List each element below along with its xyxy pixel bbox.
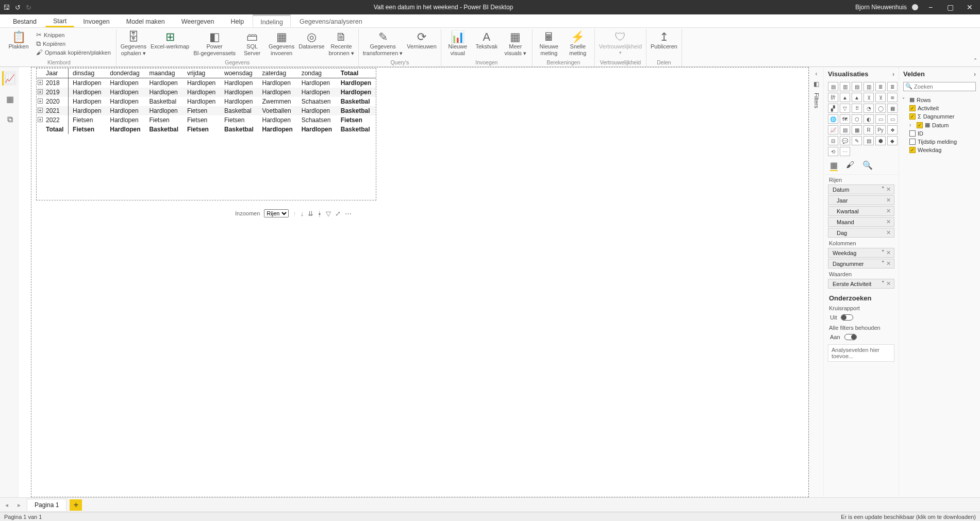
tab-gegevens-analyseren[interactable]: Gegevens/analyseren: [292, 14, 370, 27]
matrix-cell[interactable]: Hardlopen: [258, 78, 297, 88]
year-cell[interactable]: +2018: [37, 78, 69, 88]
field-tijdstip[interactable]: Tijdstip melding: [902, 138, 977, 146]
drill-up-icon[interactable]: ↑: [293, 210, 296, 217]
table-row[interactable]: +2019HardlopenHardlopenHardlopenHardlope…: [37, 88, 376, 97]
expand-row-icon[interactable]: +: [38, 80, 43, 85]
gegevens-invoeren-button[interactable]: ▦Gegevens invoeren: [269, 30, 294, 56]
check-weekdag[interactable]: [909, 147, 916, 153]
tab-invoegen[interactable]: Invoegen: [75, 14, 117, 27]
vis-funnel-icon[interactable]: ▽: [840, 104, 850, 113]
vis-stacked-column-icon[interactable]: ▥: [840, 82, 850, 91]
plakken-button[interactable]: 📋Plakken: [6, 30, 31, 50]
status-update-link[interactable]: Er is een update beschikbaar (klik om te…: [841, 514, 976, 520]
avatar[interactable]: [912, 4, 918, 10]
matrix-cell[interactable]: Hardlopen: [106, 97, 145, 106]
excel-werkmap-button[interactable]: ⊞Excel-werkmap: [151, 30, 189, 50]
tab-help[interactable]: Help: [223, 14, 252, 27]
matrix-cell[interactable]: Hardlopen: [106, 78, 145, 88]
vis-line-icon[interactable]: 折: [828, 93, 838, 102]
matrix-cell[interactable]: Hardlopen: [297, 106, 337, 115]
vis-waterfall-icon[interactable]: ▞: [828, 104, 838, 113]
ribbon-collapse-icon[interactable]: ˄: [974, 58, 977, 65]
field-activiteit[interactable]: Activiteit: [902, 104, 977, 112]
matrix-cell[interactable]: Hardlopen: [337, 78, 376, 88]
matrix-cell[interactable]: Hardlopen: [145, 78, 182, 88]
matrix-cell[interactable]: Basketbal: [145, 97, 182, 106]
header-jaar[interactable]: Jaar: [37, 69, 69, 78]
check-tijdstip[interactable]: [909, 139, 916, 145]
filters-collapsed-pane[interactable]: ‹ ◧ Filters: [809, 67, 823, 497]
year-cell[interactable]: +2022: [37, 115, 69, 125]
fields-search-input[interactable]: [903, 82, 976, 91]
matrix-cell[interactable]: Hardlopen: [183, 88, 220, 97]
tab-bestand[interactable]: Bestand: [5, 14, 44, 27]
vis-automate-icon[interactable]: ⟲: [828, 147, 838, 156]
collapse-vis-pane-icon[interactable]: ›: [892, 71, 894, 78]
matrix-cell[interactable]: Schaatsen: [297, 97, 337, 106]
filter-icon[interactable]: ▽: [326, 210, 331, 217]
close-button[interactable]: ✕: [962, 3, 977, 11]
matrix-cell[interactable]: Schaatsen: [297, 115, 337, 125]
remove-dagnummer-icon[interactable]: ✕: [886, 260, 891, 266]
qat-undo-icon[interactable]: ↺: [15, 4, 21, 11]
matrix-cell[interactable]: Hardlopen: [220, 97, 258, 106]
vis-multi-card-icon[interactable]: ▭: [887, 114, 898, 124]
year-cell[interactable]: +2020: [37, 97, 69, 106]
vis-pie-icon[interactable]: ◔: [863, 104, 874, 113]
matrix-cell[interactable]: Fietsen: [337, 115, 376, 125]
minimize-button[interactable]: −: [923, 3, 938, 11]
field-id[interactable]: ID: [902, 129, 977, 138]
page-prev-icon[interactable]: ◂: [2, 501, 11, 509]
table-row[interactable]: +2020HardlopenHardlopenBasketbalHardlope…: [37, 97, 376, 106]
bookmark-icon[interactable]: ◧: [813, 80, 819, 88]
field-weekdag[interactable]: Weekdag: [902, 146, 977, 154]
matrix-cell[interactable]: Hardlopen: [69, 97, 106, 106]
sql-server-button[interactable]: 🗃SQL Server: [240, 30, 264, 56]
remove-activiteit-icon[interactable]: ✕: [886, 280, 891, 287]
vis-get-more-icon[interactable]: ⋯: [840, 147, 850, 156]
matrix-cell[interactable]: Hardlopen: [258, 88, 297, 97]
vis-decomposition-icon[interactable]: ⊟: [828, 136, 838, 145]
table-rows[interactable]: ˅▦Rows: [902, 95, 977, 104]
matrix-cell[interactable]: Hardlopen: [145, 88, 182, 97]
pbi-gegevenssets-button[interactable]: ◧Power BI-gegevenssets: [193, 30, 236, 56]
collapse-fields-pane-icon[interactable]: ›: [974, 71, 976, 78]
tab-modelmaken[interactable]: Model maken: [119, 14, 173, 27]
vis-arcgis-icon[interactable]: ⬢: [875, 136, 886, 145]
matrix-cell[interactable]: Hardlopen: [183, 78, 220, 88]
vis-line-column-icon[interactable]: ⊻: [863, 93, 874, 102]
matrix-cell[interactable]: Fietsen: [183, 106, 220, 115]
page-next-icon[interactable]: ▸: [14, 501, 24, 509]
matrix-cell[interactable]: Hardlopen: [220, 78, 258, 88]
matrix-cell[interactable]: Hardlopen: [106, 115, 145, 125]
meer-visuals-button[interactable]: ▦Meer visuals ▾: [503, 30, 528, 56]
more-options-icon[interactable]: ⋯: [345, 210, 352, 217]
vis-area-icon[interactable]: ▲: [840, 93, 850, 102]
vis-table-icon[interactable]: ▦: [852, 125, 862, 135]
data-view-button[interactable]: ▦: [2, 92, 16, 106]
expand-row-icon[interactable]: +: [38, 117, 43, 122]
vis-treemap-icon[interactable]: ▦: [887, 104, 898, 113]
vis-r-icon[interactable]: R: [863, 125, 874, 135]
well-eerste-activiteit[interactable]: Eerste Activiteit˅ ✕: [828, 279, 894, 289]
tab-weergeven[interactable]: Weergeven: [174, 14, 222, 27]
check-datum[interactable]: [917, 122, 923, 128]
qat-save-icon[interactable]: 🖫: [3, 4, 10, 11]
vis-gauge-icon[interactable]: ◐: [863, 114, 874, 124]
remove-dag-icon[interactable]: ✕: [886, 229, 891, 236]
analytics-tab-icon[interactable]: 🔍: [862, 160, 873, 171]
drill-hierarchy-icon[interactable]: ⍿: [318, 210, 322, 217]
report-canvas[interactable]: Jaar dinsdag donderdag maandag vrijdag w…: [19, 67, 809, 497]
vis-shape-map-icon[interactable]: ⬡: [852, 114, 862, 124]
check-id[interactable]: [909, 130, 916, 137]
matrix-cell[interactable]: Hardlopen: [297, 88, 337, 97]
gegevens-ophalen-button[interactable]: 🗄Gegevens ophalen ▾: [121, 30, 146, 56]
transformeren-button[interactable]: ✎Gegevens transformeren ▾: [363, 30, 403, 56]
fields-tab-icon[interactable]: ▦: [830, 160, 838, 171]
matrix-cell[interactable]: Hardlopen: [106, 106, 145, 115]
matrix-cell[interactable]: Basketbal: [337, 106, 376, 115]
vis-scatter-icon[interactable]: ⠿: [852, 104, 862, 113]
add-page-button[interactable]: +: [70, 499, 82, 511]
vis-smart-narrative-icon[interactable]: ✎: [852, 136, 862, 145]
remove-maand-icon[interactable]: ✕: [886, 219, 891, 225]
